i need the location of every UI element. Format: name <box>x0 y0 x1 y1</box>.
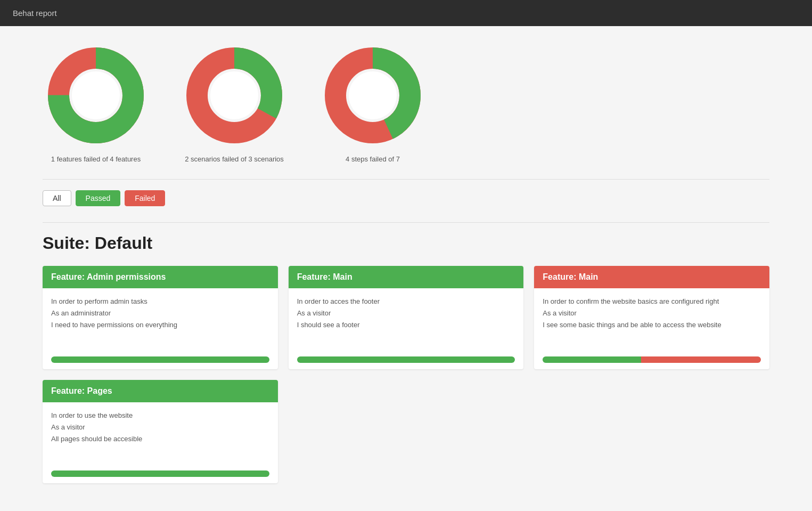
progress-green-admin <box>51 356 269 363</box>
divider-1 <box>43 179 769 180</box>
chart-features-label: 1 features failed of 4 features <box>51 155 141 163</box>
donut-chart-scenarios <box>181 42 288 149</box>
feature-body-pages: In order to use the website As a visitor… <box>43 402 278 466</box>
feature-card-pages: Feature: Pages In order to use the websi… <box>43 380 278 483</box>
progress-red-main-orange <box>641 356 761 363</box>
feature-header-main-green: Feature: Main <box>289 266 524 288</box>
progress-bar-admin <box>51 356 269 363</box>
filter-passed-button[interactable]: Passed <box>76 190 121 206</box>
progress-green-main <box>297 356 515 363</box>
feature-card-admin: Feature: Admin permissions In order to p… <box>43 266 278 369</box>
features-grid-row1: Feature: Admin permissions In order to p… <box>43 266 769 369</box>
chart-scenarios-label: 2 scenarios failed of 3 scenarios <box>185 155 284 163</box>
progress-bar-main-orange <box>543 356 761 363</box>
chart-steps: 4 steps failed of 7 <box>319 42 426 163</box>
feature-header-pages: Feature: Pages <box>43 380 278 402</box>
feature-footer-main-green <box>289 352 524 369</box>
feature-footer-main-orange <box>534 352 769 369</box>
donut-chart-steps <box>319 42 426 149</box>
app-header: Behat report <box>0 0 812 26</box>
svg-point-6 <box>210 71 258 119</box>
feature-header-main-orange: Feature: Main <box>534 266 769 288</box>
feature-card-main-green: Feature: Main In order to acces the foot… <box>289 266 524 369</box>
suite-title: Suite: Default <box>43 233 769 253</box>
divider-2 <box>43 222 769 223</box>
filter-failed-button[interactable]: Failed <box>125 190 165 206</box>
feature-body-main-green: In order to acces the footer As a visito… <box>289 288 524 352</box>
filter-all-button[interactable]: All <box>43 190 71 206</box>
filter-row: All Passed Failed <box>43 190 769 206</box>
svg-point-3 <box>72 71 120 119</box>
donut-chart-features <box>43 42 149 149</box>
feature-footer-admin <box>43 352 278 369</box>
chart-features: 1 features failed of 4 features <box>43 42 149 163</box>
progress-bar-main-green <box>297 356 515 363</box>
feature-card-main-orange: Feature: Main In order to confirm the we… <box>534 266 769 369</box>
svg-point-9 <box>349 71 397 119</box>
progress-green-main-orange <box>543 356 641 363</box>
feature-body-main-orange: In order to confirm the website basics a… <box>534 288 769 352</box>
feature-footer-pages <box>43 466 278 483</box>
main-content: 1 features failed of 4 features 2 scenar… <box>0 26 812 499</box>
feature-body-admin: In order to perform admin tasks As an ad… <box>43 288 278 352</box>
app-title: Behat report <box>13 9 57 18</box>
charts-row: 1 features failed of 4 features 2 scenar… <box>43 42 769 163</box>
chart-scenarios: 2 scenarios failed of 3 scenarios <box>181 42 288 163</box>
progress-green-pages <box>51 471 269 477</box>
chart-steps-label: 4 steps failed of 7 <box>346 155 400 163</box>
progress-bar-pages <box>51 471 269 477</box>
features-grid-row2: Feature: Pages In order to use the websi… <box>43 380 769 483</box>
feature-header-admin: Feature: Admin permissions <box>43 266 278 288</box>
